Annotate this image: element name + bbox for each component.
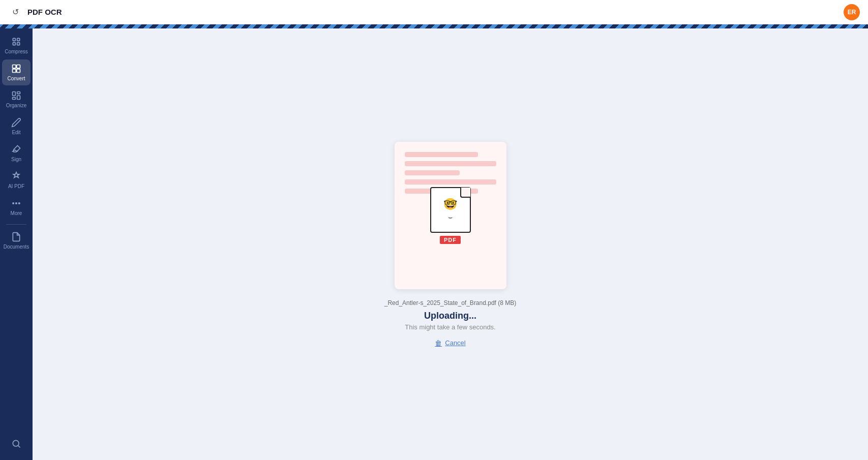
svg-rect-10 bbox=[17, 96, 20, 100]
convert-label: Convert bbox=[7, 76, 25, 81]
svg-rect-7 bbox=[17, 69, 20, 73]
smile-icon: ⌣ bbox=[448, 213, 453, 222]
trash-icon: 🗑 bbox=[435, 339, 442, 347]
upload-area: 🤓 ⌣ PDF _Red_Antler-s_2025_State_of_Bran… bbox=[384, 142, 517, 347]
svg-rect-11 bbox=[13, 97, 16, 99]
sidebar-item-compress[interactable]: Compress bbox=[2, 33, 31, 58]
svg-rect-6 bbox=[13, 69, 16, 73]
sidebar-item-convert[interactable]: Convert bbox=[2, 59, 31, 85]
documents-label: Documents bbox=[4, 244, 29, 250]
sidebar-item-search[interactable] bbox=[2, 435, 31, 453]
pdf-badge: PDF bbox=[440, 236, 461, 244]
sidebar-item-organize[interactable]: Organize bbox=[2, 86, 31, 112]
sidebar-item-sign[interactable]: Sign bbox=[2, 140, 31, 166]
cancel-button[interactable]: 🗑 Cancel bbox=[435, 339, 465, 347]
sign-label: Sign bbox=[11, 157, 21, 162]
sidebar-divider bbox=[6, 224, 26, 225]
svg-rect-5 bbox=[17, 65, 20, 69]
edit-label: Edit bbox=[12, 130, 20, 135]
svg-point-14 bbox=[19, 203, 20, 204]
upload-status-title: Uploading... bbox=[424, 311, 476, 321]
progress-stripe bbox=[0, 24, 868, 28]
sidebar-item-ai-pdf[interactable]: AI PDF bbox=[2, 167, 31, 193]
back-button[interactable]: ↺ bbox=[8, 5, 22, 19]
sidebar-item-edit[interactable]: Edit bbox=[2, 113, 31, 139]
file-name: _Red_Antler-s_2025_State_of_Brand.pdf (8… bbox=[384, 299, 517, 306]
pdf-preview-card: 🤓 ⌣ PDF bbox=[395, 142, 506, 289]
main-content: 🤓 ⌣ PDF _Red_Antler-s_2025_State_of_Bran… bbox=[33, 28, 868, 460]
svg-line-16 bbox=[18, 446, 20, 448]
organize-label: Organize bbox=[6, 103, 27, 108]
sidebar-item-documents[interactable]: Documents bbox=[2, 228, 31, 254]
svg-rect-4 bbox=[13, 65, 16, 69]
pdf-doc-icon: 🤓 ⌣ bbox=[430, 187, 471, 233]
sidebar-item-more[interactable]: More bbox=[2, 194, 31, 220]
upload-status-subtitle: This might take a few seconds. bbox=[405, 323, 495, 331]
more-label: More bbox=[11, 210, 22, 216]
pdf-mascot: 🤓 ⌣ PDF bbox=[430, 187, 471, 244]
svg-rect-1 bbox=[17, 38, 20, 41]
user-avatar[interactable]: ER bbox=[844, 4, 860, 20]
sidebar: Compress Convert Organize bbox=[0, 28, 33, 460]
ai-pdf-label: AI PDF bbox=[8, 183, 24, 189]
cancel-label: Cancel bbox=[445, 339, 465, 347]
svg-point-12 bbox=[13, 203, 14, 204]
main-layout: Compress Convert Organize bbox=[0, 28, 868, 460]
svg-rect-2 bbox=[13, 43, 15, 45]
page-title: PDF OCR bbox=[27, 8, 62, 16]
svg-rect-0 bbox=[13, 38, 15, 41]
svg-point-13 bbox=[16, 203, 17, 204]
compress-label: Compress bbox=[5, 49, 28, 54]
svg-rect-8 bbox=[13, 92, 16, 96]
glasses-icon: 🤓 bbox=[443, 198, 457, 211]
app-header: ↺ PDF OCR ER bbox=[0, 0, 868, 24]
sidebar-bottom bbox=[2, 435, 31, 460]
svg-point-15 bbox=[13, 440, 19, 446]
svg-rect-9 bbox=[17, 92, 20, 94]
svg-rect-3 bbox=[17, 43, 20, 45]
